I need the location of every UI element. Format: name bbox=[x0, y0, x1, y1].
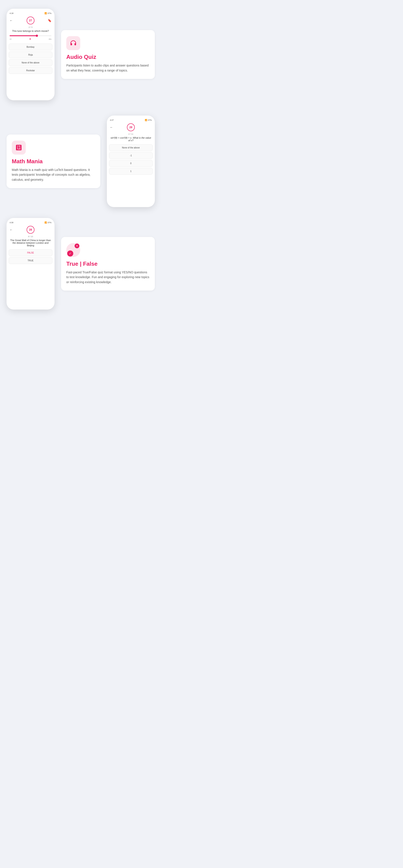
status-time-math: 4:27 bbox=[110, 119, 114, 121]
true-false-desc: Fast-paced True/False quiz format using … bbox=[66, 270, 150, 284]
true-false-phone: 4:30 📶 37% ← 28 8 / 10 The Great Wall of… bbox=[6, 218, 55, 310]
audio-player: 22 ⏸ 30s bbox=[6, 34, 55, 43]
option-4[interactable]: Rockstar bbox=[9, 67, 52, 74]
option-3[interactable]: None of the above bbox=[9, 59, 52, 66]
status-icons-math: 📶 37% bbox=[145, 119, 152, 121]
progress-thumb bbox=[36, 35, 38, 37]
true-false-icon-wrap: ✓ ✕ bbox=[66, 243, 80, 257]
question-text-math: sin²(θ) + cos²(θ) = x. What is the value… bbox=[107, 135, 155, 144]
headphones-icon bbox=[69, 39, 77, 47]
math-option-3[interactable]: 0 bbox=[109, 160, 153, 167]
math-mania-icon-wrap bbox=[12, 141, 26, 155]
math-mania-phone: 4:27 📶 37% ← 28 2 / 11 sin²(θ) + cos²(θ)… bbox=[107, 116, 155, 207]
status-icons-tf: 📶 37% bbox=[45, 221, 52, 224]
audio-quiz-section: 4:18 📶 37% ← 27 🔖 2 / 3 This tune belong… bbox=[0, 0, 162, 109]
status-bar-tf: 4:30 📶 37% bbox=[6, 221, 55, 224]
math-option-2[interactable]: -1 bbox=[109, 152, 153, 159]
question-count-tf: 8 / 10 bbox=[6, 235, 55, 238]
question-count: 2 / 3 bbox=[6, 26, 55, 29]
true-false-title: True | False bbox=[66, 260, 150, 267]
option-2[interactable]: Roja bbox=[9, 52, 52, 58]
progress-bar[interactable] bbox=[9, 35, 52, 36]
timer-badge-tf: 28 bbox=[27, 226, 34, 234]
math-mania-desc: Math Mania is a math quiz with LaTeX-bas… bbox=[12, 167, 95, 182]
audio-quiz-desc: Participants listen to audio clips and a… bbox=[66, 63, 150, 73]
back-arrow-icon-tf[interactable]: ← bbox=[9, 228, 13, 231]
answer-options: Bombay Roja None of the above Rockstar bbox=[6, 43, 55, 75]
status-time: 4:18 bbox=[9, 12, 13, 14]
true-false-card: ✓ ✕ True | False Fast-paced True/False q… bbox=[61, 237, 155, 290]
math-formula: sin²(θ) + cos²(θ) = x. What is the value… bbox=[111, 136, 151, 142]
audio-quiz-card: Audio Quiz Participants listen to audio … bbox=[61, 30, 155, 79]
math-option-1[interactable]: None of the above bbox=[109, 144, 153, 151]
math-option-4[interactable]: 1 bbox=[109, 168, 153, 175]
answer-options-tf: FALSE TRUE bbox=[6, 248, 55, 265]
status-bar: 4:18 📶 37% bbox=[6, 11, 55, 15]
audio-quiz-icon-wrap bbox=[66, 36, 80, 50]
timer-badge: 27 bbox=[27, 17, 34, 24]
true-false-section: 4:30 📶 37% ← 28 8 / 10 The Great Wall of… bbox=[0, 214, 162, 318]
phone-nav: ← 27 🔖 bbox=[6, 15, 55, 26]
option-1[interactable]: Bombay bbox=[9, 43, 52, 50]
x-icon: ✕ bbox=[75, 244, 79, 248]
question-count-math: 2 / 11 bbox=[107, 132, 155, 135]
question-text: This tune belongs to which movie? bbox=[6, 29, 55, 34]
progress-labels: 22 ⏸ 30s bbox=[9, 37, 52, 40]
audio-quiz-title: Audio Quiz bbox=[66, 54, 150, 60]
status-icons: 📶 37% bbox=[45, 12, 52, 14]
math-mania-card: Math Mania Math Mania is a math quiz wit… bbox=[6, 134, 100, 188]
question-text-tf: The Great Wall of China is longer than t… bbox=[6, 238, 55, 248]
status-bar-math: 4:27 📶 37% bbox=[107, 118, 155, 122]
phone-nav-tf: ← 28 bbox=[6, 224, 55, 235]
time-end: 30s bbox=[49, 38, 52, 40]
audio-quiz-phone: 4:18 📶 37% ← 27 🔖 2 / 3 This tune belong… bbox=[6, 9, 55, 100]
check-icon: ✓ bbox=[67, 250, 73, 256]
pause-button[interactable]: ⏸ bbox=[29, 37, 31, 40]
math-mania-title: Math Mania bbox=[12, 158, 95, 165]
back-arrow-icon-math[interactable]: ← bbox=[110, 126, 113, 129]
phone-nav-math: ← 28 bbox=[107, 122, 155, 132]
calculator-icon bbox=[15, 144, 23, 151]
status-time-tf: 4:30 bbox=[9, 221, 13, 224]
timer-badge-math: 28 bbox=[127, 123, 135, 131]
answer-options-math: None of the above -1 0 1 bbox=[107, 144, 155, 176]
tf-option-true[interactable]: TRUE bbox=[9, 257, 52, 264]
tf-option-false[interactable]: FALSE bbox=[9, 249, 52, 256]
back-arrow-icon[interactable]: ← bbox=[9, 19, 13, 22]
math-mania-section: Math Mania Math Mania is a math quiz wit… bbox=[0, 109, 162, 214]
bookmark-icon[interactable]: 🔖 bbox=[48, 19, 52, 22]
time-start: 22 bbox=[9, 38, 11, 40]
progress-fill bbox=[9, 35, 37, 36]
